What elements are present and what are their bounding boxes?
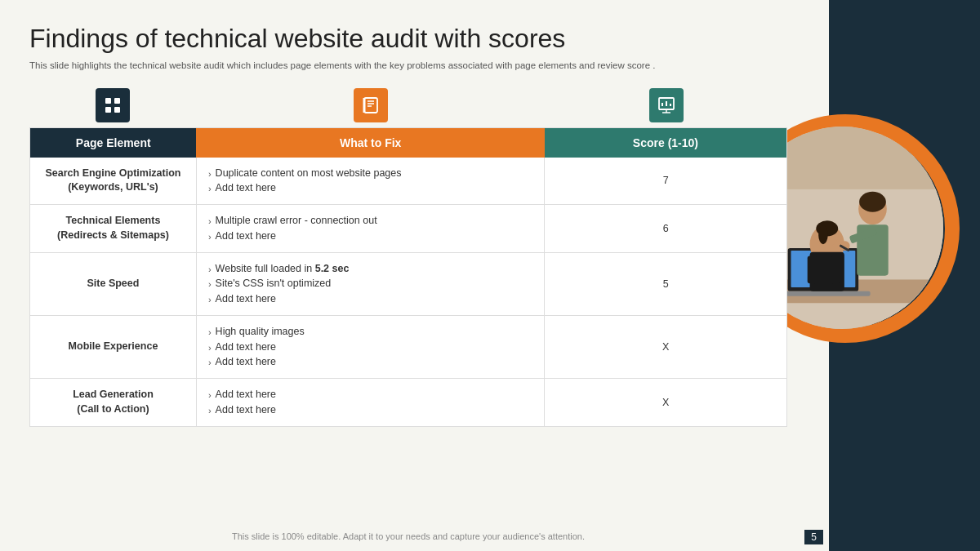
header-what-to-fix: What to Fix: [196, 127, 544, 158]
bullet-text: Add text here: [216, 387, 276, 402]
bullet-item: ›Site's CSS isn't optimized: [208, 276, 532, 291]
bullet-text: High quality images: [216, 324, 305, 340]
bullet-item: ›Website full loaded in 5.2 sec: [208, 261, 532, 277]
content-area: Findings of technical website audit with…: [29, 23, 787, 427]
bullet-chevron: ›: [208, 293, 212, 307]
table-row: Mobile Experience›High quality images›Ad…: [30, 315, 787, 378]
bullet-chevron: ›: [208, 182, 212, 196]
bullet-text: Add text here: [216, 180, 276, 196]
icon-col-page-element: [29, 88, 196, 127]
grid-icon: [103, 96, 122, 115]
cell-score: X: [545, 315, 787, 378]
table-header-row: Page Element What to Fix Score (1-10): [30, 127, 787, 158]
chart-icon: [657, 96, 676, 115]
bullet-chevron: ›: [208, 167, 212, 181]
table-row: Search Engine Optimization(Keywords, URL…: [30, 158, 787, 205]
svg-point-9: [818, 225, 828, 244]
bullet-text: Multiple crawl error - connection out: [216, 213, 377, 229]
book-icon: [361, 96, 381, 115]
svg-rect-12: [831, 256, 841, 284]
footer-text: This slide is 100% editable. Adapt it to…: [0, 531, 817, 541]
bullet-text: Add text here: [216, 354, 276, 370]
table-row: Lead Generation(Call to Action)›Add text…: [30, 379, 787, 427]
svg-point-14: [859, 192, 886, 212]
icons-row: [29, 88, 787, 127]
bullet-item: ›Add text here: [208, 340, 532, 355]
header-score: Score (1-10): [545, 127, 787, 158]
bullet-chevron: ›: [208, 341, 212, 355]
icon-col-what-to-fix: [196, 88, 545, 127]
score-icon-box: [649, 88, 684, 122]
svg-rect-11: [808, 256, 817, 284]
page-number: 5: [804, 530, 823, 544]
cell-score: 5: [545, 252, 787, 315]
svg-rect-19: [105, 98, 111, 104]
cell-what-to-fix: ›Website full loaded in 5.2 sec›Site's C…: [196, 252, 544, 315]
audit-table: Page Element What to Fix Score (1-10) Se…: [29, 127, 787, 427]
slide-container: Findings of technical website audit with…: [0, 0, 980, 551]
cell-page-element: Search Engine Optimization(Keywords, URL…: [30, 158, 197, 205]
header-page-element: Page Element: [30, 127, 197, 158]
bullet-chevron: ›: [208, 326, 212, 340]
cell-what-to-fix: ›High quality images›Add text here›Add t…: [196, 315, 544, 378]
bullet-text: Add text here: [216, 402, 276, 418]
bullet-item: ›Duplicate content on most website pages: [208, 166, 532, 181]
cell-page-element: Site Speed: [30, 252, 197, 315]
bullet-item: ›Add text here: [208, 229, 532, 244]
table-row: Technical Elements(Redirects & Sitemaps)…: [30, 205, 787, 253]
bullet-item: ›Add text here: [208, 354, 532, 370]
header-wrapper: Page Element What to Fix Score (1-10) Se…: [29, 88, 787, 427]
cell-score: 7: [545, 158, 787, 205]
bullet-chevron: ›: [208, 263, 212, 277]
cell-page-element: Lead Generation(Call to Action): [30, 379, 197, 427]
bullet-item: ›High quality images: [208, 324, 532, 340]
bullet-item: ›Add text here: [208, 291, 532, 307]
svg-rect-23: [364, 98, 377, 113]
bullet-text: Site's CSS isn't optimized: [216, 276, 332, 291]
bullet-text: Website full loaded in 5.2 sec: [216, 261, 350, 277]
bullet-chevron: ›: [208, 215, 212, 229]
bullet-text: Duplicate content on most website pages: [216, 166, 402, 181]
bullet-item: ›Add text here: [208, 180, 532, 196]
svg-rect-21: [105, 107, 111, 113]
bullet-item: ›Add text here: [208, 402, 532, 418]
bullet-item: ›Add text here: [208, 387, 532, 402]
svg-rect-20: [114, 98, 120, 104]
svg-rect-22: [114, 107, 120, 113]
cell-page-element: Technical Elements(Redirects & Sitemaps): [30, 205, 197, 253]
bullet-chevron: ›: [208, 356, 212, 370]
svg-rect-5: [776, 291, 870, 296]
cell-what-to-fix: ›Multiple crawl error - connection out›A…: [196, 205, 544, 253]
bullet-chevron: ›: [208, 230, 212, 244]
cell-what-to-fix: ›Add text here›Add text here: [196, 379, 544, 427]
icon-col-score: [545, 88, 787, 127]
bullet-chevron: ›: [208, 389, 212, 402]
cell-what-to-fix: ›Duplicate content on most website pages…: [196, 158, 544, 205]
cell-score: 6: [545, 205, 787, 253]
table-row: Site Speed›Website full loaded in 5.2 se…: [30, 252, 787, 315]
slide-title: Findings of technical website audit with…: [29, 23, 787, 54]
cell-score: X: [545, 379, 787, 427]
bullet-text: Add text here: [216, 291, 276, 307]
bullet-text: Add text here: [216, 340, 276, 355]
bullet-item: ›Multiple crawl error - connection out: [208, 213, 532, 229]
bullet-chevron: ›: [208, 278, 212, 291]
what-to-fix-icon-box: [354, 88, 388, 122]
cell-page-element: Mobile Experience: [30, 315, 197, 378]
bullet-text: Add text here: [216, 229, 276, 244]
page-element-icon-box: [96, 88, 130, 122]
bullet-chevron: ›: [208, 404, 212, 418]
slide-subtitle: This slide highlights the technical webs…: [29, 59, 787, 73]
